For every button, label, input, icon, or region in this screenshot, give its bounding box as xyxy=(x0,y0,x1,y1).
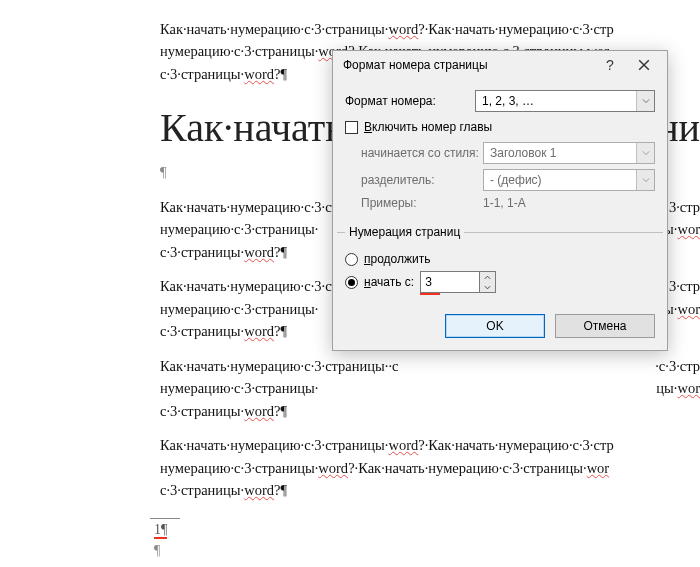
text-run: нумерацию·с·3·страницы· xyxy=(160,221,318,237)
close-icon xyxy=(638,59,650,71)
text-run: нумерацию·с·3·страницы· xyxy=(160,43,318,59)
spellcheck-word: word xyxy=(388,21,418,37)
close-button[interactable] xyxy=(627,53,661,77)
spin-down-button[interactable] xyxy=(480,282,495,292)
checkbox-icon xyxy=(345,121,358,134)
spellcheck-word: word xyxy=(388,437,418,453)
cancel-button[interactable]: Отмена xyxy=(555,314,655,338)
combo-value: - (дефис) xyxy=(490,173,542,187)
footnote-number: 1¶ xyxy=(154,522,167,539)
annotation-underline xyxy=(420,293,440,295)
text-run: нумерацию·с·3·страницы· xyxy=(160,460,318,476)
spellcheck-word: wor xyxy=(677,221,700,237)
spellcheck-word: word xyxy=(244,323,274,339)
text-run: с·3·страницы· xyxy=(160,323,244,339)
page-numbering-group: Нумерация страниц продолжить начать с: xyxy=(337,225,663,302)
group-title: Нумерация страниц xyxy=(345,225,464,239)
paragraph: Как·начать·нумерацию·с·3·страницы··с ·с·… xyxy=(160,355,700,422)
text-run: ?¶ xyxy=(274,66,287,82)
footnote-separator: 1¶ ¶ xyxy=(150,518,180,562)
ok-button[interactable]: OK xyxy=(445,314,545,338)
text-run: ·с·3·стр xyxy=(655,358,700,374)
dialog-titlebar: Формат номера страницы ? xyxy=(333,51,667,79)
continue-radio[interactable]: продолжить xyxy=(345,252,655,266)
spin-up-button[interactable] xyxy=(480,272,495,282)
number-format-combo[interactable]: 1, 2, 3, … xyxy=(475,90,655,112)
text-run: Как·начать·нумерацию·с·3·страницы· xyxy=(160,21,388,37)
text-run: ?¶ xyxy=(274,244,287,260)
chevron-down-icon xyxy=(484,285,491,290)
text-run: с·3·страницы· xyxy=(160,66,244,82)
spellcheck-word: word xyxy=(244,66,274,82)
text-run: ?·Как·начать·нумерацию·с·3·стр xyxy=(418,21,613,37)
text-run: ?·Как·начать·нумерацию·с·3·стр xyxy=(418,437,613,453)
chevron-down-icon xyxy=(636,91,654,111)
chapter-style-combo: Заголовок 1 xyxy=(483,142,655,164)
text-run: с·3·страницы· xyxy=(160,403,244,419)
text-run: цы· xyxy=(656,380,677,396)
mnemonic: В xyxy=(364,120,372,134)
combo-value: 1, 2, 3, … xyxy=(482,94,534,108)
spellcheck-word: word xyxy=(244,244,274,260)
spellcheck-word: wor xyxy=(587,460,610,476)
start-at-radio[interactable]: начать с: xyxy=(345,271,655,293)
text-run: ?¶ xyxy=(274,482,287,498)
include-chapter-checkbox[interactable]: Включить номер главы xyxy=(345,120,655,134)
format-label: Формат номера: xyxy=(345,94,436,108)
spellcheck-word: word xyxy=(318,460,348,476)
spellcheck-word: wor xyxy=(677,380,700,396)
combo-value: Заголовок 1 xyxy=(490,146,556,160)
text-run: с·3·страницы· xyxy=(160,244,244,260)
chevron-down-icon xyxy=(636,143,654,163)
text-run: с·3·страницы· xyxy=(160,482,244,498)
chevron-down-icon xyxy=(636,170,654,190)
checkbox-label: ключить номер главы xyxy=(372,120,492,134)
help-button[interactable]: ? xyxy=(593,53,627,77)
chevron-up-icon xyxy=(484,275,491,280)
text-run: ?¶ xyxy=(274,323,287,339)
page-number-format-dialog: Формат номера страницы ? Формат номера: … xyxy=(332,50,668,351)
pilcrow: ¶ xyxy=(154,543,160,558)
text-run: ?¶ xyxy=(274,403,287,419)
text-run: Как·начать·нумерацию·с·3·страницы· xyxy=(160,358,388,374)
spellcheck-word: wor xyxy=(677,301,700,317)
text-run: нумерацию·с·3·страницы· xyxy=(160,380,318,396)
text-run: ?·Как·начать·нумерацию·с·3·страницы· xyxy=(348,460,587,476)
paragraph: Как·начать·нумерацию·с·3·страницы·word?·… xyxy=(160,434,700,501)
dialog-title: Формат номера страницы xyxy=(343,58,593,72)
text-run: Как·начать·нумерацию·с·3·страницы· xyxy=(160,437,388,453)
examples-value: 1-1, 1-A xyxy=(483,196,526,210)
radio-icon xyxy=(345,276,358,289)
spellcheck-word: word xyxy=(244,403,274,419)
radio-label: родолжить xyxy=(371,252,431,266)
mnemonic: н xyxy=(364,275,371,289)
radio-icon xyxy=(345,253,358,266)
examples-label: Примеры: xyxy=(361,196,417,210)
separator-combo: - (дефис) xyxy=(483,169,655,191)
start-style-label: начинается со стиля: xyxy=(361,146,479,160)
separator-label: разделитель: xyxy=(361,173,435,187)
spellcheck-word: word xyxy=(244,482,274,498)
heading-text: Как·начать· xyxy=(160,105,353,150)
start-at-input[interactable] xyxy=(420,271,480,293)
text-run: нумерацию·с·3·страницы· xyxy=(160,301,318,317)
radio-label: ачать с: xyxy=(371,275,415,289)
